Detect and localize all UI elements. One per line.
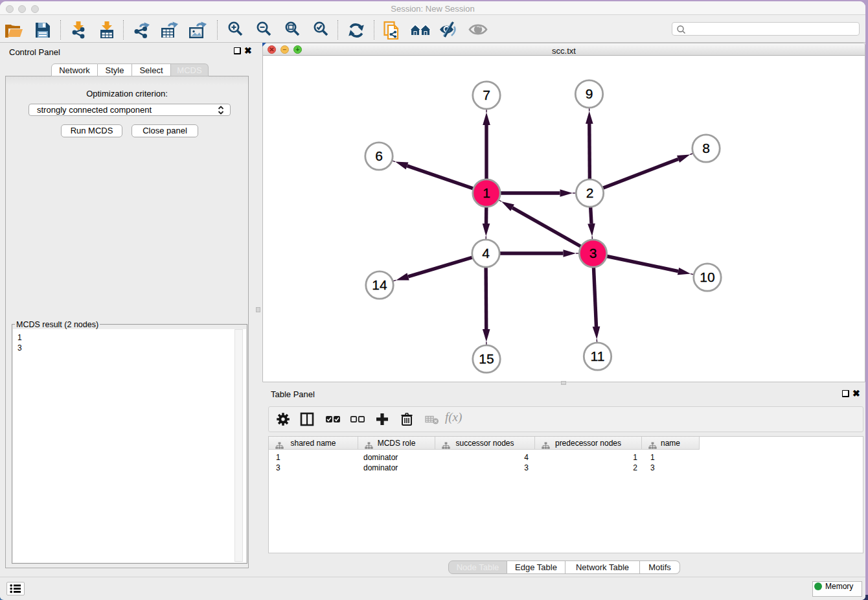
svg-text:7: 7 (483, 87, 490, 102)
svg-text:6: 6 (375, 148, 383, 163)
svg-text:3: 3 (589, 246, 597, 260)
svg-text:11: 11 (591, 349, 605, 363)
svg-text:4: 4 (482, 246, 490, 260)
svg-text:2: 2 (586, 185, 594, 200)
svg-text:1: 1 (483, 185, 490, 200)
svg-text:9: 9 (586, 86, 593, 101)
svg-text:15: 15 (479, 351, 494, 366)
svg-text:10: 10 (700, 270, 714, 284)
svg-text:14: 14 (372, 277, 387, 292)
svg-text:8: 8 (702, 141, 710, 156)
